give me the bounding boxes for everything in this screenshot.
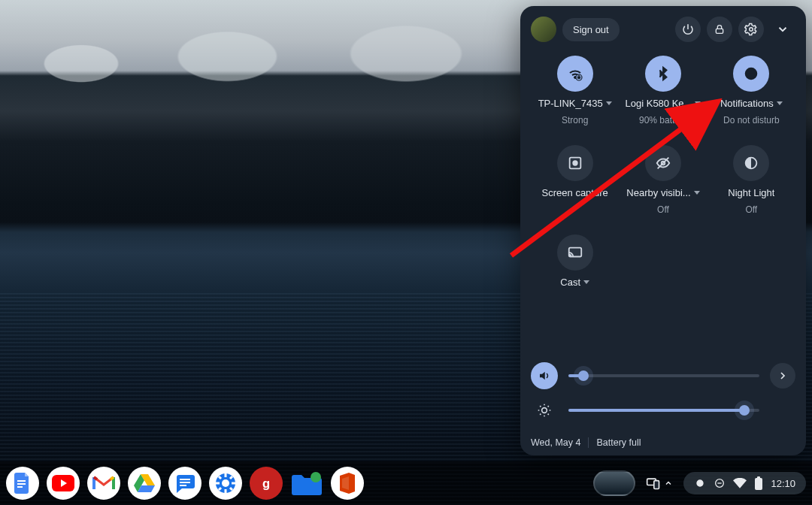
screen-capture-icon <box>557 145 593 181</box>
app-office[interactable] <box>331 467 364 500</box>
svg-rect-29 <box>755 478 762 490</box>
quick-settings-panel: Sign out TP-LINK_7435 Strong Logi K <box>520 6 806 455</box>
avatar[interactable] <box>531 17 556 42</box>
settings-button[interactable] <box>738 17 764 42</box>
tile-sub: Strong <box>562 115 588 125</box>
brightness-icon <box>537 403 552 418</box>
tile-night-light[interactable]: Night Light Off <box>707 145 795 215</box>
svg-point-24 <box>311 472 321 482</box>
app-google-drive[interactable] <box>128 467 161 500</box>
tile-bluetooth[interactable]: Logi K580 Ke... 90% battery <box>619 56 707 125</box>
tile-label: Night Light <box>728 187 774 198</box>
divider <box>588 437 589 448</box>
docs-icon <box>14 473 32 494</box>
chevron-up-icon <box>664 479 673 488</box>
night-light-icon <box>733 145 769 181</box>
tile-label: Screen capture <box>542 187 608 198</box>
caret-icon <box>583 280 589 284</box>
dnd-status-icon <box>714 477 726 489</box>
app-settings[interactable] <box>209 467 242 500</box>
chevron-down-icon <box>776 23 789 36</box>
app-google-docs[interactable] <box>6 467 39 500</box>
panel-footer: Wed, May 4 Battery full <box>531 431 795 448</box>
wallpaper-picker[interactable] <box>593 470 635 496</box>
footer-date: Wed, May 4 <box>531 437 580 448</box>
svg-point-6 <box>573 161 577 165</box>
tile-sub: Off <box>657 204 669 215</box>
tile-notifications[interactable]: Notifications Do not disturb <box>707 56 795 125</box>
volume-button[interactable] <box>531 362 558 389</box>
svg-rect-19 <box>180 482 190 483</box>
gear-icon <box>744 23 758 36</box>
caret-icon <box>606 101 612 105</box>
phone-hub-button[interactable] <box>646 476 673 490</box>
tile-screen-capture[interactable]: Screen capture <box>531 145 619 215</box>
svg-rect-14 <box>17 483 26 485</box>
drive-icon <box>134 474 155 492</box>
sign-out-button[interactable]: Sign out <box>562 18 620 41</box>
volume-slider[interactable] <box>568 374 759 377</box>
wifi-icon <box>557 56 593 92</box>
app-files[interactable] <box>290 467 323 500</box>
wifi-status-icon <box>733 478 747 488</box>
tile-label: Nearby visibi... <box>626 187 690 198</box>
tile-sub: 90% battery <box>639 115 687 125</box>
tile-sub: Off <box>745 204 757 215</box>
svg-point-27 <box>697 480 703 486</box>
files-icon <box>292 470 322 496</box>
svg-rect-30 <box>757 476 760 479</box>
tile-sub: Do not disturb <box>723 115 780 125</box>
shelf: g 12:10 <box>0 461 812 505</box>
collapse-button[interactable] <box>770 17 795 42</box>
tile-nearby-visibility[interactable]: Nearby visibi... Off <box>619 145 707 215</box>
svg-rect-15 <box>17 486 23 488</box>
status-tray[interactable]: 12:10 <box>683 472 806 494</box>
brightness-button[interactable] <box>531 397 558 424</box>
svg-point-11 <box>542 408 547 413</box>
g-icon: g <box>258 475 274 491</box>
clock: 12:10 <box>771 478 795 489</box>
tile-wifi[interactable]: TP-LINK_7435 Strong <box>531 56 619 125</box>
tile-label: Logi K580 Ke... <box>626 98 692 109</box>
visibility-off-icon <box>645 145 681 181</box>
shelf-status-area: 12:10 <box>593 470 806 496</box>
settings-icon <box>215 473 236 494</box>
audio-settings-button[interactable] <box>770 363 795 389</box>
app-messages[interactable] <box>168 467 201 500</box>
svg-rect-20 <box>180 485 186 486</box>
svg-rect-18 <box>180 479 190 480</box>
tile-cast[interactable]: Cast <box>531 234 619 288</box>
svg-point-10 <box>568 256 570 257</box>
lock-icon <box>714 23 726 35</box>
quick-settings-tiles: TP-LINK_7435 Strong Logi K580 Ke... 90% … <box>531 56 795 288</box>
svg-rect-3 <box>577 77 580 79</box>
youtube-icon <box>52 475 74 491</box>
svg-rect-13 <box>17 480 26 482</box>
panel-header: Sign out <box>531 17 795 42</box>
brightness-slider[interactable] <box>568 409 759 412</box>
tile-label: Cast <box>560 277 580 288</box>
bluetooth-icon <box>645 56 681 92</box>
shelf-pinned-apps: g <box>6 467 364 500</box>
svg-point-22 <box>222 479 229 487</box>
app-gmail[interactable] <box>87 467 120 500</box>
svg-text:g: g <box>262 476 270 490</box>
app-groovypost[interactable]: g <box>250 467 283 500</box>
gmail-icon <box>92 475 115 491</box>
cast-icon <box>557 234 593 271</box>
app-youtube[interactable] <box>47 467 80 500</box>
svg-rect-0 <box>716 29 723 33</box>
dnd-icon <box>733 56 769 92</box>
brightness-row <box>531 397 795 424</box>
tile-label: Notifications <box>720 98 774 109</box>
volume-icon <box>538 369 551 383</box>
power-button[interactable] <box>675 17 701 42</box>
office-icon <box>338 473 356 494</box>
notification-badge-icon <box>694 477 706 489</box>
caret-icon <box>777 101 783 105</box>
chevron-right-icon <box>777 370 789 382</box>
battery-status-icon <box>754 476 763 490</box>
messages-icon <box>174 473 195 493</box>
lock-button[interactable] <box>707 17 732 42</box>
phone-hub-icon <box>646 476 661 490</box>
